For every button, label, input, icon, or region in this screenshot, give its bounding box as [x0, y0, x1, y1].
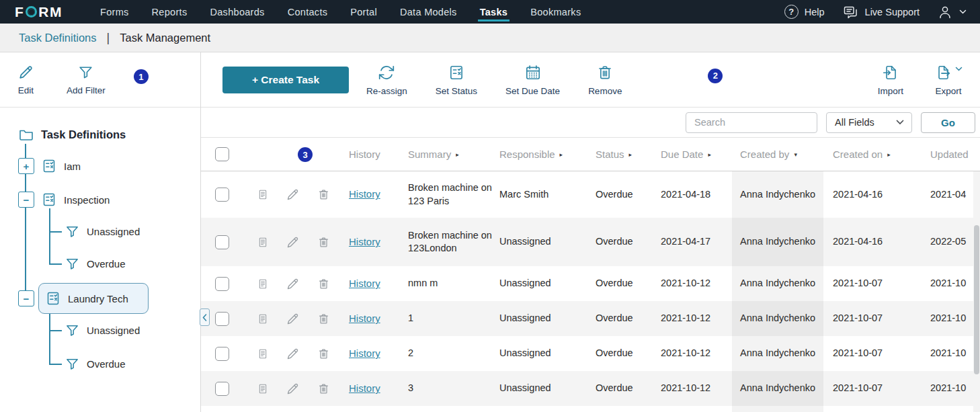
- row-checkbox[interactable]: [215, 347, 229, 361]
- column-header-responsible[interactable]: Responsible▸: [493, 149, 589, 160]
- nav-item-bookmarks[interactable]: Bookmarks: [530, 1, 581, 24]
- set-status-button[interactable]: Set Status: [436, 64, 477, 96]
- task-document-icon[interactable]: [257, 188, 268, 201]
- cell-status: Overdue: [589, 235, 653, 248]
- collapse-icon[interactable]: −: [18, 192, 34, 208]
- help-button[interactable]: Help: [784, 5, 825, 19]
- tree-item-label: Iam: [64, 161, 81, 172]
- cell-created-on: 2021-10-07: [823, 347, 921, 360]
- step-badge-3: 3: [298, 147, 313, 162]
- tree-item-iam[interactable]: + Iam: [18, 158, 81, 174]
- cell-updated: 2021-10: [921, 347, 980, 360]
- collapse-icon[interactable]: −: [18, 290, 34, 306]
- delete-row-icon[interactable]: [317, 278, 330, 290]
- cell-due-date: 2021-10-12: [653, 312, 732, 325]
- nav-item-data-models[interactable]: Data Models: [400, 1, 457, 24]
- select-all-checkbox[interactable]: [215, 147, 229, 161]
- tree-item-laundry-tech-toggle[interactable]: −: [18, 290, 34, 306]
- nav-item-tasks[interactable]: Tasks: [480, 1, 508, 24]
- nav-item-portal[interactable]: Portal: [350, 1, 377, 24]
- tree-filter-inspection-overdue[interactable]: Overdue: [65, 256, 126, 272]
- sidebar-collapse-button[interactable]: [200, 308, 210, 326]
- tree-item-inspection[interactable]: − Inspection: [18, 192, 110, 208]
- row-checkbox[interactable]: [215, 312, 229, 326]
- clipboard-status-icon: [448, 64, 465, 81]
- vertical-scrollbar[interactable]: [973, 171, 980, 412]
- tree-root-task-definitions[interactable]: Task Definitions: [18, 126, 126, 142]
- live-support-button[interactable]: Live Support: [842, 4, 920, 20]
- row-checkbox[interactable]: [215, 188, 229, 202]
- cell-created-by: Anna Indychenko: [732, 336, 823, 371]
- delete-row-icon[interactable]: [317, 188, 330, 201]
- table-search-bar: All Fields Go: [201, 108, 980, 138]
- cell-summary: 1: [401, 312, 493, 325]
- history-link[interactable]: History: [349, 382, 380, 394]
- row-checkbox[interactable]: [215, 235, 229, 249]
- expand-icon[interactable]: +: [18, 158, 34, 174]
- nav-item-contacts[interactable]: Contacts: [288, 1, 328, 24]
- column-header-summary[interactable]: Summary▸: [401, 149, 493, 160]
- history-link[interactable]: History: [349, 313, 380, 324]
- nav-item-dashboards[interactable]: Dashboards: [210, 1, 264, 24]
- column-header-created-by[interactable]: Created by▾: [732, 149, 823, 160]
- column-header-created-on[interactable]: Created on▸: [823, 149, 921, 160]
- cell-created-on: 2021-10-07: [823, 312, 921, 325]
- tree-filter-laundry-unassigned[interactable]: Unassigned: [65, 323, 140, 338]
- nav-item-reports[interactable]: Reports: [152, 1, 188, 24]
- task-document-icon[interactable]: [257, 313, 268, 325]
- table-row: History3UnassignedOverdue2021-10-12Anna …: [201, 371, 980, 406]
- edit-row-icon[interactable]: [286, 188, 300, 202]
- tree-item-laundry-tech-selected[interactable]: Laundry Tech: [38, 283, 149, 314]
- add-filter-button[interactable]: Add Filter: [67, 64, 106, 95]
- cell-responsible: Unassigned: [493, 277, 589, 290]
- edit-button[interactable]: Edit: [17, 64, 34, 95]
- export-label: Export: [935, 86, 961, 96]
- cell-due-date: 2021-04-18: [653, 188, 732, 201]
- cell-created-by: Anna Indychenko: [732, 171, 823, 218]
- delete-row-icon[interactable]: [317, 313, 330, 325]
- delete-row-icon[interactable]: [317, 347, 330, 360]
- remove-button[interactable]: Remove: [588, 64, 622, 96]
- task-document-icon[interactable]: [257, 347, 268, 360]
- history-link[interactable]: History: [349, 278, 380, 289]
- reassign-button[interactable]: Re-assign: [366, 64, 407, 96]
- create-task-button[interactable]: + Create Task: [222, 67, 349, 93]
- edit-row-icon[interactable]: [286, 347, 300, 361]
- delete-row-icon[interactable]: [317, 236, 330, 249]
- task-document-icon[interactable]: [257, 236, 268, 249]
- remove-label: Remove: [588, 86, 622, 96]
- tree-filter-laundry-overdue[interactable]: Overdue: [65, 356, 126, 372]
- cell-summary: nmn m: [401, 277, 493, 290]
- nav-item-forms[interactable]: Forms: [100, 1, 129, 24]
- breadcrumb-task-definitions[interactable]: Task Definitions: [19, 32, 97, 44]
- history-link[interactable]: History: [349, 236, 380, 247]
- set-due-date-button[interactable]: Set Due Date: [505, 64, 560, 96]
- task-document-icon[interactable]: [257, 278, 268, 290]
- filter-icon: [65, 323, 80, 338]
- field-select[interactable]: All Fields: [826, 112, 912, 133]
- edit-row-icon[interactable]: [286, 277, 300, 291]
- edit-row-icon[interactable]: [286, 382, 300, 396]
- import-button[interactable]: Import: [878, 64, 903, 96]
- column-header-due-date[interactable]: Due Date▸: [653, 149, 732, 160]
- go-button[interactable]: Go: [921, 112, 975, 133]
- column-header-label: Created on: [833, 149, 883, 160]
- scrollbar-thumb[interactable]: [974, 225, 979, 374]
- search-input[interactable]: [686, 112, 817, 133]
- delete-row-icon[interactable]: [317, 382, 330, 395]
- app-logo[interactable]: F RM: [15, 4, 63, 20]
- task-document-icon[interactable]: [257, 382, 268, 395]
- export-button[interactable]: Export: [934, 64, 963, 96]
- tree-filter-inspection-unassigned[interactable]: Unassigned: [65, 224, 140, 239]
- edit-row-icon[interactable]: [286, 312, 300, 326]
- history-link[interactable]: History: [349, 188, 380, 200]
- edit-row-icon[interactable]: [286, 235, 300, 249]
- cell-status: Overdue: [589, 188, 653, 201]
- user-menu[interactable]: [937, 4, 967, 20]
- row-checkbox[interactable]: [215, 382, 229, 396]
- cell-responsible: Unassigned: [493, 347, 589, 360]
- filter-icon: [77, 64, 94, 81]
- history-link[interactable]: History: [349, 347, 380, 359]
- column-header-status[interactable]: Status▸: [589, 149, 653, 160]
- row-checkbox[interactable]: [215, 277, 229, 291]
